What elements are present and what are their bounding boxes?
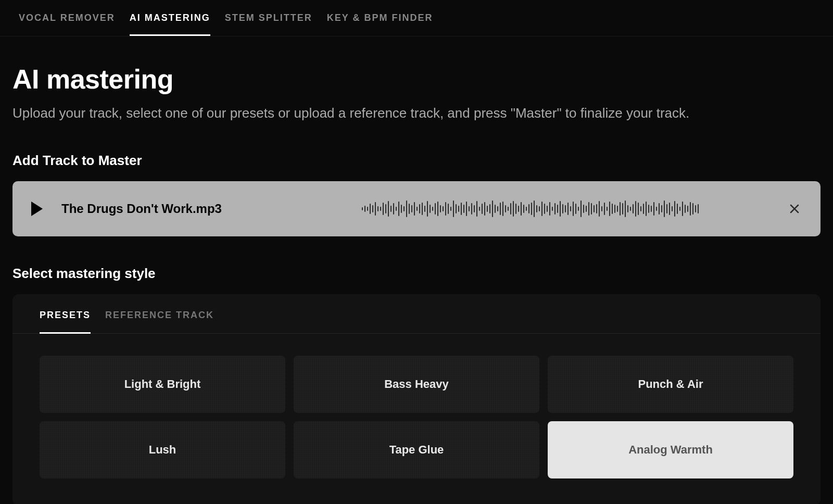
top-navigation: Vocal Remover AI Mastering Stem Splitter… [0, 0, 833, 36]
track-filename: The Drugs Don't Work.mp3 [61, 201, 222, 216]
page-subtitle: Upload your track, select one of our pre… [12, 105, 821, 121]
close-icon [788, 203, 801, 215]
play-button[interactable] [31, 201, 43, 216]
preset-tape-glue[interactable]: Tape Glue [294, 421, 539, 478]
nav-ai-mastering[interactable]: AI Mastering [130, 0, 210, 36]
style-tabs: Presets Reference Track [12, 294, 821, 334]
nav-key-bpm-finder[interactable]: Key & BPM Finder [327, 0, 433, 36]
tab-presets[interactable]: Presets [40, 310, 91, 333]
main-content: AI mastering Upload your track, select o… [0, 36, 833, 504]
add-track-title: Add Track to Master [12, 153, 821, 169]
preset-light-bright[interactable]: Light & Bright [40, 356, 285, 413]
nav-vocal-remover[interactable]: Vocal Remover [19, 0, 115, 36]
nav-stem-splitter[interactable]: Stem Splitter [225, 0, 312, 36]
preset-punch-air[interactable]: Punch & Air [548, 356, 793, 413]
waveform[interactable] [303, 196, 758, 222]
preset-bass-heavy[interactable]: Bass Heavy [294, 356, 539, 413]
track-card: The Drugs Don't Work.mp3 [12, 181, 821, 236]
preset-lush[interactable]: Lush [40, 421, 285, 478]
style-panel: Presets Reference Track Light & Bright B… [12, 294, 821, 504]
select-style-title: Select mastering style [12, 266, 821, 282]
remove-track-button[interactable] [787, 201, 802, 216]
page-title: AI mastering [12, 64, 821, 95]
tab-reference-track[interactable]: Reference Track [105, 310, 214, 333]
presets-grid: Light & Bright Bass Heavy Punch & Air Lu… [12, 334, 821, 504]
preset-analog-warmth[interactable]: Analog Warmth [548, 421, 793, 478]
